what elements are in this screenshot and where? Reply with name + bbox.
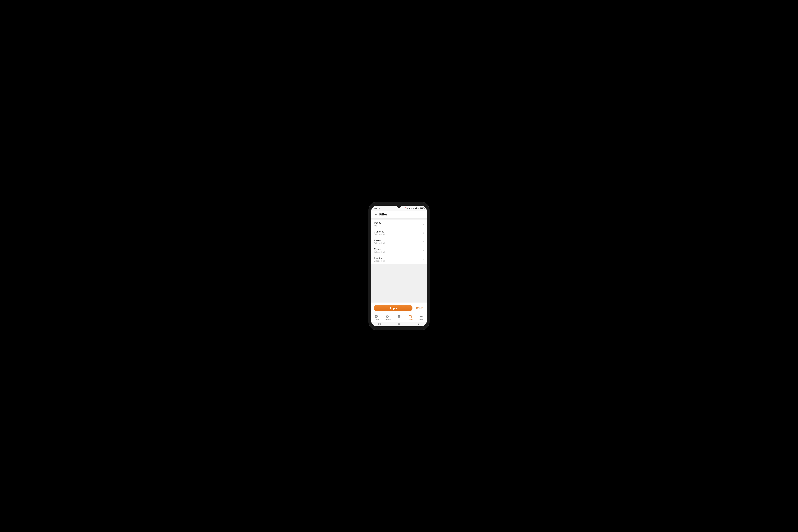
filter-item-events[interactable]: Events Selected: all ›: [371, 237, 427, 246]
page-title: Filter: [379, 213, 387, 216]
grid-icon: [375, 315, 378, 318]
back-button[interactable]: ←: [374, 213, 377, 216]
svg-rect-13: [379, 323, 380, 325]
svg-rect-7: [377, 317, 378, 318]
nav-item-more[interactable]: More: [416, 314, 427, 321]
svg-rect-9: [398, 316, 400, 317]
chevron-right-icon: ›: [423, 258, 424, 261]
filter-types-value: Selected: all: [374, 251, 385, 253]
nav-item-eva[interactable]: Eva: [394, 314, 405, 321]
signal-bars-icon: [415, 207, 417, 209]
filter-period-label: Period: [374, 221, 381, 224]
svg-rect-6: [375, 317, 377, 318]
svg-rect-3: [416, 208, 417, 209]
camera-icon: [386, 315, 390, 318]
svg-rect-11: [409, 316, 412, 318]
filter-period-value: Any: [374, 224, 381, 226]
bluetooth-icon: ✱: [413, 208, 414, 209]
filter-item-cameras[interactable]: Cameras Selected: all ›: [371, 228, 427, 237]
nav-eva-label: Eva: [398, 319, 400, 320]
bottom-actions: Apply Reset: [371, 303, 427, 313]
chevron-right-icon: ›: [423, 240, 424, 243]
nav-events-label: Events: [408, 319, 413, 320]
svg-point-10: [398, 316, 399, 317]
svg-rect-0: [415, 209, 415, 209]
filter-item-period[interactable]: Period Any ›: [371, 220, 427, 228]
more-icon: [420, 315, 423, 318]
nav-views-label: Views: [375, 319, 379, 320]
tv-icon: [397, 315, 401, 318]
svg-rect-1: [415, 208, 416, 209]
home-gesture-icon[interactable]: [398, 323, 400, 325]
signal-icon: ▲: [409, 208, 410, 209]
nav-item-cameras[interactable]: Cameras: [382, 314, 394, 321]
nav-more-label: More: [419, 319, 423, 320]
back-gesture-icon[interactable]: [417, 323, 420, 325]
phone-frame: 3:42 PM ⏰ ◈ ▲ ✉ ✱: [369, 202, 429, 330]
filter-initiators-label: Initiators: [374, 257, 385, 260]
square-gesture-icon[interactable]: [378, 323, 381, 325]
filter-events-label: Events: [374, 239, 385, 242]
nav-cameras-label: Cameras: [385, 319, 391, 320]
svg-rect-5: [377, 315, 378, 316]
battery-icon: [420, 207, 424, 209]
notch: [397, 206, 401, 208]
filter-cameras-value: Selected: all: [374, 233, 385, 235]
bottom-navigation: Views Cameras Eva: [371, 313, 427, 322]
svg-rect-2: [416, 208, 416, 209]
status-bar: 3:42 PM ⏰ ◈ ▲ ✉ ✱: [371, 206, 427, 211]
alarm-icon: ⏰: [405, 208, 406, 209]
svg-point-15: [399, 324, 399, 324]
filter-cameras-label: Cameras: [374, 230, 385, 233]
events-icon: [408, 315, 412, 318]
chevron-right-icon: ›: [423, 231, 424, 234]
nav-item-events[interactable]: Events: [404, 314, 416, 321]
gesture-bar: [371, 322, 427, 326]
filter-item-initiators[interactable]: Initiators Selected: all ›: [371, 255, 427, 264]
status-time: 3:42 PM: [374, 207, 380, 209]
app-header: ← Filter: [371, 211, 427, 218]
message-icon: ✉: [411, 208, 412, 209]
svg-rect-12: [410, 317, 410, 317]
status-icons: ⏰ ◈ ▲ ✉ ✱: [405, 207, 424, 209]
reset-button[interactable]: Reset: [415, 307, 424, 309]
chevron-right-icon: ›: [423, 249, 424, 252]
svg-rect-8: [386, 316, 388, 318]
location-icon: ◈: [407, 208, 408, 209]
nav-item-views[interactable]: Views: [371, 314, 382, 321]
filter-types-label: Types: [374, 248, 385, 251]
filter-item-types[interactable]: Types Selected: all ›: [371, 246, 427, 255]
wifi-icon: [418, 207, 420, 209]
filter-initiators-value: Selected: all: [374, 260, 385, 262]
phone-screen: 3:42 PM ⏰ ◈ ▲ ✉ ✱: [371, 206, 427, 326]
filter-events-value: Selected: all: [374, 242, 385, 244]
chevron-right-icon: ›: [423, 223, 424, 225]
filter-list: Period Any › Cameras Selected: all › Eve…: [371, 218, 427, 303]
svg-rect-4: [375, 315, 377, 316]
apply-button[interactable]: Apply: [374, 305, 413, 311]
